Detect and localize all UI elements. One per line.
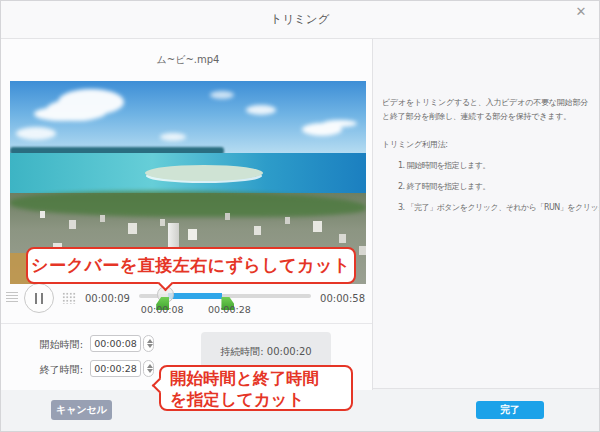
buildings-art xyxy=(40,211,45,218)
start-time-input[interactable]: 00:00:08 xyxy=(90,335,141,352)
spin-down-icon[interactable] xyxy=(147,344,153,348)
seekbar-tip-text: シークバーを直接左右にずらしてカット xyxy=(31,255,351,275)
total-time: 00:00:58 xyxy=(320,293,365,304)
start-time-stepper[interactable] xyxy=(143,335,154,352)
close-icon[interactable]: ✕ xyxy=(573,4,589,20)
cloud-art xyxy=(302,123,342,136)
dialog-title: トリミング xyxy=(1,12,599,27)
time-tip-bubble: 開始時間と終了時間 を指定してカット xyxy=(159,365,353,411)
time-tip-line1: 開始時間と終了時間 xyxy=(170,368,351,389)
pause-button[interactable] xyxy=(24,283,54,313)
preview-panel: ム~ビ~.mp4 シークバーを直接左右にずらしてカット xyxy=(1,39,373,390)
grip-lines-icon xyxy=(6,292,18,304)
start-time-label: 開始時間: xyxy=(27,338,83,352)
cloud-art xyxy=(46,99,108,121)
trim-selection[interactable] xyxy=(168,293,222,299)
end-time-stepper[interactable] xyxy=(143,360,154,377)
spin-down-icon[interactable] xyxy=(147,369,153,373)
cloud-art xyxy=(16,127,56,140)
time-tip-line2: を指定してカット xyxy=(170,389,351,410)
cloud-art xyxy=(246,105,276,115)
pause-icon xyxy=(35,293,43,304)
end-time-input[interactable]: 00:00:28 xyxy=(90,360,141,377)
spin-up-icon[interactable] xyxy=(147,339,153,343)
trim-start-time-label: 00:00:08 xyxy=(141,304,184,315)
playback-controls: 00:00:09 00:00:08 00:00:28 00:00:58 xyxy=(1,281,372,315)
video-filename: ム~ビ~.mp4 xyxy=(10,53,366,67)
help-step-2: 2. 終了時間を指定します。 xyxy=(398,181,593,192)
title-bar: トリミング ✕ xyxy=(1,1,599,39)
trim-end-time-label: 00:00:28 xyxy=(208,304,251,315)
done-button[interactable]: 完了 xyxy=(476,401,544,419)
cancel-button[interactable]: キャンセル xyxy=(51,400,112,420)
help-step-1: 1. 開始時間を指定します。 xyxy=(398,160,593,171)
trimming-dialog: トリミング ✕ ム~ビ~.mp4 シークバーを直接左右にずらしてカット xyxy=(0,0,600,432)
sandbar-art xyxy=(145,165,262,181)
end-time-label: 終了時間: xyxy=(27,363,83,377)
help-step-3: 3. 「完了」ボタンをクリック、それから「RUN」をクリックします。 xyxy=(398,202,593,213)
help-panel: ビデオをトリミングすると、入力ビデオの不要な開始部分と終了部分を削除し、連続する… xyxy=(373,39,600,390)
cloud-art xyxy=(160,133,186,141)
help-usage-title: トリミング利用法: xyxy=(382,139,593,150)
help-intro: ビデオをトリミングすると、入力ビデオの不要な開始部分と終了部分を削除し、連続する… xyxy=(382,96,593,124)
grip-grid-icon xyxy=(62,292,76,304)
current-time: 00:00:09 xyxy=(85,293,130,304)
seekbar-tip-bubble: シークバーを直接左右にずらしてカット xyxy=(26,247,356,284)
spin-up-icon[interactable] xyxy=(147,364,153,368)
cloud-art xyxy=(210,91,234,99)
section-divider xyxy=(1,323,372,324)
